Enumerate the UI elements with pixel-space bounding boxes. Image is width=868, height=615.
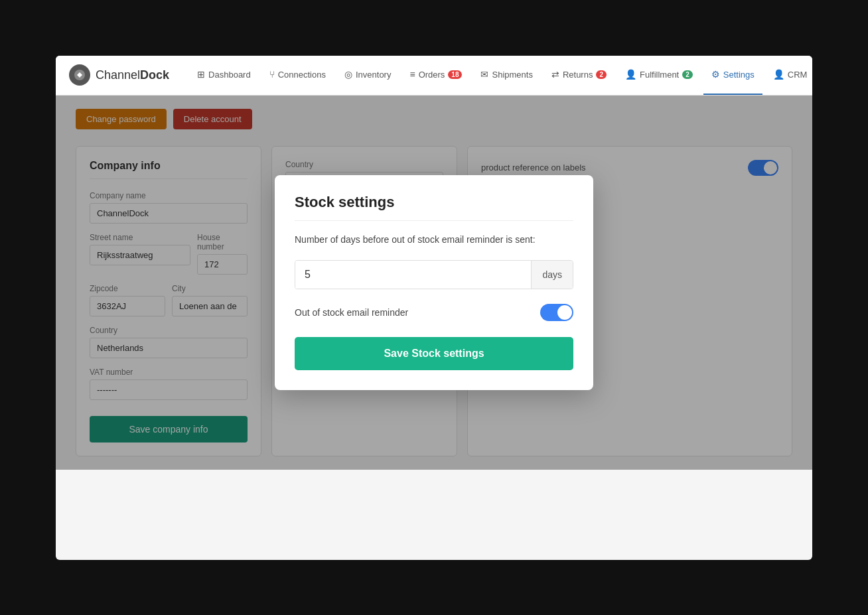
logo-text: ChannelDock — [96, 68, 169, 82]
nav-inventory[interactable]: ◎ Inventory — [336, 56, 399, 96]
orders-icon: ≡ — [409, 69, 415, 80]
main-content: Change password Delete account Company i… — [56, 96, 812, 470]
nav-dashboard[interactable]: ⊞ Dashboard — [189, 56, 259, 96]
out-of-stock-toggle-label: Out of stock email reminder — [295, 307, 408, 318]
out-of-stock-toggle[interactable] — [540, 304, 573, 321]
browser-window: ChannelDock ⊞ Dashboard ⑂ Connections ◎ … — [56, 56, 812, 560]
nav-settings[interactable]: ⚙ Settings — [703, 56, 762, 96]
returns-badge: 2 — [596, 70, 607, 79]
save-stock-settings-button[interactable]: Save Stock settings — [295, 337, 573, 370]
days-input-row: days — [295, 260, 573, 289]
crm-icon: 👤 — [773, 69, 784, 80]
orders-badge: 18 — [448, 70, 462, 79]
fulfillment-badge: 2 — [682, 70, 693, 79]
nav-fulfillment[interactable]: 👤 Fulfillment 2 — [617, 56, 701, 96]
modal-description: Number of days before out of stock email… — [295, 233, 573, 247]
top-nav: ChannelDock ⊞ Dashboard ⑂ Connections ◎ … — [56, 56, 812, 96]
returns-icon: ⇄ — [551, 69, 559, 80]
stock-settings-modal: Stock settings Number of days before out… — [275, 175, 593, 390]
days-input[interactable] — [295, 261, 531, 289]
logo-icon — [69, 64, 90, 86]
nav-connections[interactable]: ⑂ Connections — [261, 56, 334, 96]
modal-overlay[interactable]: Stock settings Number of days before out… — [56, 96, 812, 470]
modal-title: Stock settings — [295, 194, 573, 221]
fulfillment-icon: 👤 — [625, 69, 636, 80]
nav-items: ⊞ Dashboard ⑂ Connections ◎ Inventory ≡ … — [189, 56, 812, 96]
nav-shipments[interactable]: ✉ Shipments — [472, 56, 540, 96]
nav-returns[interactable]: ⇄ Returns 2 — [543, 56, 615, 96]
modal-toggle-knob — [557, 305, 572, 320]
nav-crm[interactable]: 👤 CRM — [765, 56, 812, 96]
inventory-icon: ◎ — [344, 69, 352, 80]
shipments-icon: ✉ — [480, 69, 488, 80]
logo: ChannelDock — [69, 64, 169, 86]
days-suffix: days — [531, 261, 573, 289]
nav-orders[interactable]: ≡ Orders 18 — [401, 56, 470, 96]
out-of-stock-toggle-row: Out of stock email reminder — [295, 304, 573, 321]
settings-icon: ⚙ — [711, 69, 720, 80]
dashboard-icon: ⊞ — [197, 69, 205, 80]
connections-icon: ⑂ — [269, 69, 275, 80]
